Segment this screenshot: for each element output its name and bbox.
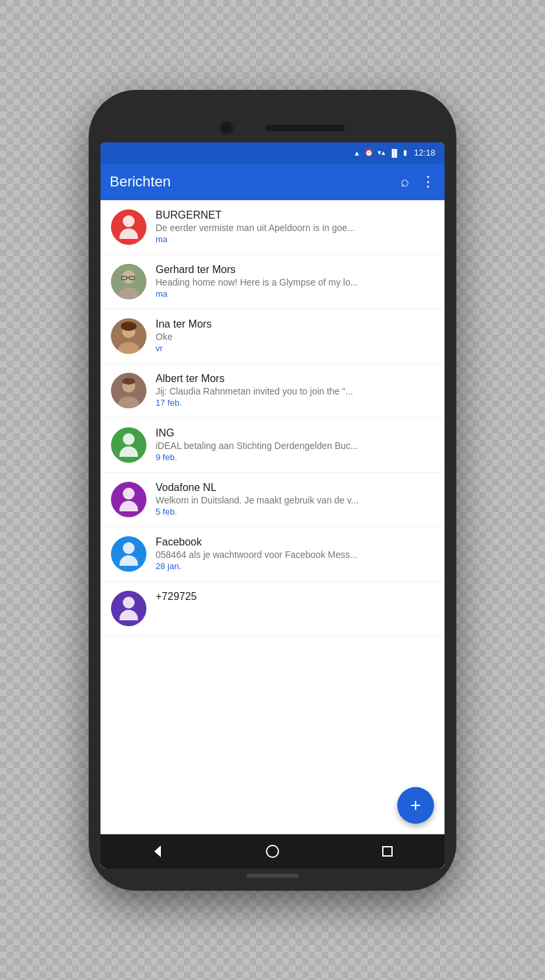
message-preview: Oke <box>156 331 434 342</box>
recents-button[interactable] <box>374 838 401 864</box>
app-bar: Berichten ⌕ ⋮ <box>100 163 445 200</box>
message-date: 28 jan. <box>156 561 434 571</box>
avatar <box>111 264 146 299</box>
message-date: 5 feb. <box>156 507 434 517</box>
plus-icon: + <box>410 796 421 815</box>
message-date: 17 feb. <box>156 398 434 408</box>
list-item[interactable]: ING iDEAL betaling aan Stichting Derdeng… <box>100 418 445 473</box>
avatar <box>111 427 146 463</box>
message-date: ma <box>156 289 434 299</box>
message-sender: Gerhard ter Mors <box>156 264 434 276</box>
message-content: BURGERNET De eerder vermiste man uit Ape… <box>156 209 434 244</box>
app-title: Berichten <box>110 173 401 190</box>
status-bar: ▲ ⏰ ▾▴ ▐▌ ▮ 12:18 <box>100 142 445 163</box>
list-item[interactable]: Vodafone NL Welkom in Duitsland. Je maak… <box>100 473 445 527</box>
list-item[interactable]: BURGERNET De eerder vermiste man uit Ape… <box>100 200 445 255</box>
message-content: Facebook 058464 als je wachtwoord voor F… <box>156 536 434 571</box>
message-sender: Vodafone NL <box>156 482 434 494</box>
compose-button[interactable]: + <box>397 787 434 824</box>
message-date: ma <box>156 234 434 244</box>
svg-marker-14 <box>154 845 161 857</box>
alarm-icon: ⏰ <box>364 148 374 157</box>
message-sender: +729725 <box>156 591 434 603</box>
status-time: 12:18 <box>414 148 435 158</box>
message-preview: 058464 als je wachtwoord voor Facebook M… <box>156 549 434 560</box>
svg-point-9 <box>121 322 137 331</box>
home-button-bar <box>246 874 299 878</box>
message-content: ING iDEAL betaling aan Stichting Derdeng… <box>156 427 434 462</box>
message-preview: Heading home now! Here is a Glympse of m… <box>156 277 434 288</box>
message-date: 9 feb. <box>156 452 434 462</box>
message-preview: iDEAL betaling aan Stichting Derdengelde… <box>156 440 434 451</box>
avatar <box>111 591 146 626</box>
more-options-button[interactable]: ⋮ <box>421 173 435 190</box>
front-camera <box>220 121 233 135</box>
message-sender: Ina ter Mors <box>156 318 434 330</box>
app-bar-actions: ⌕ ⋮ <box>401 173 435 190</box>
message-content: Vodafone NL Welkom in Duitsland. Je maak… <box>156 482 434 517</box>
message-sender: Albert ter Mors <box>156 373 434 385</box>
signal-icon: ▐▌ <box>389 149 400 157</box>
message-content: Gerhard ter Mors Heading home now! Here … <box>156 264 434 299</box>
message-list: BURGERNET De eerder vermiste man uit Ape… <box>100 200 445 834</box>
list-item[interactable]: +729725 <box>100 582 445 636</box>
svg-point-15 <box>267 845 278 857</box>
message-preview: Welkom in Duitsland. Je maakt gebruik va… <box>156 495 434 505</box>
back-button[interactable] <box>144 838 171 864</box>
list-item[interactable]: Ina ter Mors Oke vr <box>100 309 445 364</box>
message-content: +729725 <box>156 591 434 605</box>
search-button[interactable]: ⌕ <box>401 173 409 190</box>
svg-rect-16 <box>383 847 392 856</box>
message-sender: BURGERNET <box>156 209 434 221</box>
avatar <box>111 373 146 408</box>
phone-frame: ▲ ⏰ ▾▴ ▐▌ ▮ 12:18 Berichten ⌕ ⋮ <box>89 90 456 891</box>
home-button[interactable] <box>259 838 286 864</box>
list-item[interactable]: Albert ter Mors Jij: Claudia Rahnmetan i… <box>100 364 445 418</box>
message-preview: Jij: Claudia Rahnmetan invited you to jo… <box>156 386 434 396</box>
wifi-icon: ▾▴ <box>378 148 385 157</box>
avatar <box>111 482 146 517</box>
avatar <box>111 318 146 354</box>
battery-icon: ▮ <box>403 148 407 157</box>
avatar <box>111 209 146 245</box>
message-date: vr <box>156 343 434 353</box>
svg-point-1 <box>122 270 135 284</box>
message-sender: ING <box>156 427 434 439</box>
bluetooth-icon: ▲ <box>353 149 360 157</box>
svg-point-13 <box>122 378 135 385</box>
avatar <box>111 536 146 572</box>
message-preview: De eerder vermiste man uit Apeldoorn is … <box>156 223 434 233</box>
message-content: Ina ter Mors Oke vr <box>156 318 434 353</box>
message-sender: Facebook <box>156 536 434 548</box>
phone-screen: ▲ ⏰ ▾▴ ▐▌ ▮ 12:18 Berichten ⌕ ⋮ <box>100 142 445 868</box>
list-item[interactable]: Facebook 058464 als je wachtwoord voor F… <box>100 527 445 582</box>
message-content: Albert ter Mors Jij: Claudia Rahnmetan i… <box>156 373 434 408</box>
earpiece <box>266 125 345 131</box>
navigation-bar <box>100 834 445 868</box>
list-item[interactable]: Gerhard ter Mors Heading home now! Here … <box>100 255 445 309</box>
